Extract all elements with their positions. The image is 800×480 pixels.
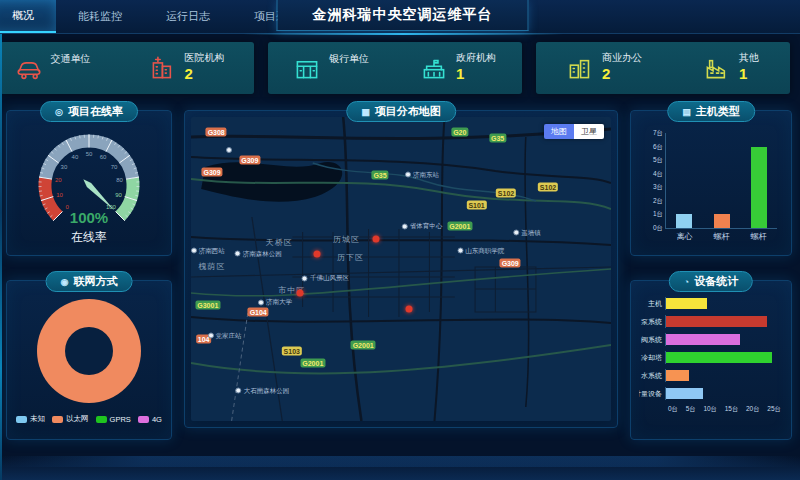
right-column: ▤ 主机类型 0台1台2台3台4台5台6台7台离心螺杆螺杆 ◔ 设备统计 主机泵…	[630, 110, 792, 440]
device-row-泵系统: 泵系统	[639, 315, 781, 328]
map-marker-济南森林公园: 济南森林公园	[235, 249, 282, 258]
legend-item-以太网[interactable]: 以太网	[52, 414, 89, 424]
road-badge-G309: G309	[500, 258, 521, 267]
district-label-历城区: 历城区	[333, 233, 360, 244]
panel-host-title: 主机类型	[696, 104, 740, 119]
host-type-plot: 0台1台2台3台4台5台6台7台离心螺杆螺杆	[665, 133, 777, 229]
map-type-toggle: 地图卫星	[544, 124, 604, 139]
nav-tab-3[interactable]: 运行日志	[144, 0, 232, 33]
marker-label: 党家庄站	[216, 331, 242, 340]
road-badge-S102: S102	[538, 182, 558, 191]
project-marker-3[interactable]	[372, 235, 379, 242]
map-marker-党家庄站: 党家庄站	[208, 331, 242, 340]
device-row-计量设备: 计量设备	[639, 387, 781, 400]
project-marker-1[interactable]	[314, 250, 321, 257]
device-bar-泵系统	[666, 316, 767, 327]
nav-tab-1[interactable]: 概况	[0, 0, 56, 33]
main-area: ◎ 项目在线率 0102030405060708090100 100% 在线率 …	[0, 94, 800, 440]
road-badge-G35: G35	[371, 170, 388, 179]
panel-network-title: 联网方式	[73, 274, 117, 289]
stat-交通单位: 交通单位	[30, 53, 91, 83]
x-tick-25台: 25台	[767, 405, 781, 414]
y-tick-6台: 6台	[653, 142, 663, 151]
government-icon	[421, 56, 447, 80]
road-badge-G2001: G2001	[300, 359, 325, 368]
gauge-needle	[83, 179, 114, 210]
device-track	[665, 315, 781, 328]
legend-swatch	[96, 416, 107, 423]
device-label: 泵系统	[639, 317, 665, 327]
stat-医院机构: 医院机构2	[150, 52, 225, 83]
factory-icon	[704, 56, 730, 80]
stat-card-3: 商业办公2其他1	[536, 42, 790, 94]
svg-text:20: 20	[55, 177, 62, 183]
map-canvas[interactable]: G308G309G309G20G35G35S102S101S102G2001G3…	[191, 117, 611, 421]
legend-swatch	[16, 416, 27, 423]
panel-online-rate: ◎ 项目在线率 0102030405060708090100 100% 在线率	[6, 110, 172, 256]
marker-label: 遥墙镇	[521, 228, 541, 237]
network-icon: ◉	[61, 277, 69, 287]
marker-dot-icon	[457, 248, 463, 254]
y-tick-1台: 1台	[653, 210, 663, 219]
marker-dot-icon	[302, 275, 308, 281]
stat-text: 银行单位	[329, 53, 369, 83]
device-bar-阀系统	[666, 334, 740, 345]
device-track	[665, 297, 781, 310]
map-marker-遥墙镇: 遥墙镇	[513, 228, 541, 237]
network-donut-chart	[37, 299, 141, 403]
device-label: 计量设备	[639, 389, 665, 399]
nav-tab-2[interactable]: 能耗监控	[56, 0, 144, 33]
hospital-icon	[150, 56, 176, 80]
stat-value: 1	[456, 65, 496, 84]
marker-label: 山东商职学院	[465, 246, 504, 255]
map-button-卫星[interactable]: 卫星	[574, 124, 604, 139]
office-icon	[567, 56, 593, 80]
svg-text:70: 70	[111, 164, 118, 170]
stat-label: 政府机构	[456, 52, 496, 65]
online-rate-value: 100%	[7, 209, 171, 226]
legend-label: GPRS	[110, 415, 131, 424]
map-button-地图[interactable]: 地图	[544, 124, 574, 139]
map-marker-济南东站: 济南东站	[405, 170, 439, 179]
top-nav: 概况能耗监控运行日志项目列表视频监控 金洲科瑞中央空调运维平台	[0, 0, 800, 34]
legend-label: 4G	[152, 415, 162, 424]
y-tick-4台: 4台	[653, 169, 663, 178]
stat-text: 政府机构1	[456, 52, 496, 83]
marker-dot-icon	[402, 223, 408, 229]
x-category-离心: 离心	[676, 231, 692, 242]
device-track	[665, 333, 781, 346]
bottom-strip	[0, 456, 800, 480]
stat-label: 交通单位	[51, 53, 91, 66]
stat-label: 银行单位	[329, 53, 369, 66]
y-tick-2台: 2台	[653, 196, 663, 205]
legend-item-4G[interactable]: 4G	[138, 414, 162, 424]
legend-item-GPRS[interactable]: GPRS	[96, 414, 131, 424]
map-marker-济南大学: 济南大学	[258, 298, 292, 307]
marker-dot-icon	[236, 388, 242, 394]
device-x-axis: 0台5台10台15台20台25台	[668, 405, 781, 414]
stats-row: 交通单位医院机构2银行单位政府机构1商业办公2其他1	[0, 34, 800, 94]
gauge-icon: ◎	[55, 107, 63, 117]
marker-label: 济南大学	[266, 298, 292, 307]
project-marker-4[interactable]	[406, 305, 413, 312]
panel-map-title: 项目分布地图	[375, 104, 441, 119]
left-column: ◎ 项目在线率 0102030405060708090100 100% 在线率 …	[6, 110, 172, 440]
y-tick-7台: 7台	[653, 129, 663, 138]
stat-label: 商业办公	[602, 52, 642, 65]
bar-螺杆-3	[751, 147, 767, 228]
legend-item-未知[interactable]: 未知	[16, 414, 45, 424]
panel-host-type: ▤ 主机类型 0台1台2台3台4台5台6台7台离心螺杆螺杆	[630, 110, 792, 256]
car-icon	[16, 56, 42, 80]
panel-map-header: ▦ 项目分布地图	[346, 101, 456, 122]
stat-value: 1	[739, 65, 759, 84]
marker-label: 省体育中心	[410, 222, 443, 231]
panel-device-header: ◔ 设备统计	[669, 271, 753, 292]
marker-dot-icon	[258, 299, 264, 305]
stat-text: 医院机构2	[185, 52, 225, 83]
project-marker-2[interactable]	[297, 290, 304, 297]
marker-label: 大石崮森林公园	[244, 386, 290, 395]
panel-online-rate-header: ◎ 项目在线率	[40, 101, 138, 122]
device-row-水系统: 水系统	[639, 369, 781, 382]
legend-swatch	[52, 416, 63, 423]
svg-text:80: 80	[116, 177, 123, 183]
